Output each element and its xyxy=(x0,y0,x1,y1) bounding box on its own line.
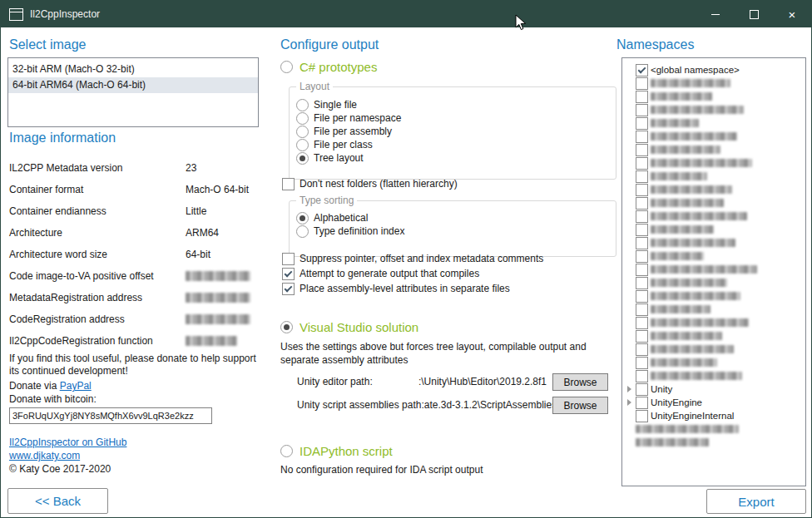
namespace-item[interactable] xyxy=(622,316,805,329)
checkbox-icon[interactable] xyxy=(636,170,648,183)
expander-icon[interactable] xyxy=(625,386,633,392)
back-button[interactable]: << Back xyxy=(7,488,108,514)
output-option-checkbox[interactable]: Attempt to generate output that compiles xyxy=(282,266,543,281)
checkbox-icon[interactable] xyxy=(636,64,648,76)
checkbox-icon[interactable] xyxy=(636,290,648,303)
layout-option-radio[interactable]: Single file xyxy=(296,98,616,111)
checkbox-icon[interactable] xyxy=(636,343,648,356)
type-sorting-option-radio[interactable]: Type definition index xyxy=(296,224,616,238)
redacted-namespace xyxy=(651,372,742,380)
checkbox-icon[interactable] xyxy=(636,250,648,263)
info-row: Architecture ARM64 xyxy=(9,222,262,244)
namespace-item[interactable]: <global namespace> xyxy=(622,63,805,76)
checkbox-icon[interactable] xyxy=(636,224,648,236)
namespace-item[interactable] xyxy=(622,156,805,170)
namespace-item[interactable] xyxy=(622,170,805,183)
namespace-item[interactable]: UnityEngine xyxy=(622,396,805,409)
close-icon: × xyxy=(789,8,796,21)
type-sorting-option-radio[interactable]: Alphabetical xyxy=(296,211,616,224)
checkbox-icon[interactable] xyxy=(636,184,648,196)
checkbox-icon[interactable] xyxy=(636,197,648,210)
checkbox-icon[interactable] xyxy=(636,117,648,130)
namespace-item[interactable] xyxy=(622,116,805,130)
layout-option-radio[interactable]: File per namespace xyxy=(296,111,616,125)
close-button[interactable]: × xyxy=(773,1,811,27)
namespace-item[interactable] xyxy=(622,436,805,449)
unity-editor-browse-button[interactable]: Browse xyxy=(552,373,608,391)
checkbox-icon[interactable] xyxy=(636,237,648,249)
idapython-script-radio[interactable]: IDAPython script xyxy=(280,444,393,458)
github-link[interactable]: Il2CppInspector on GitHub xyxy=(9,437,126,448)
unity-script-browse-button[interactable]: Browse xyxy=(552,397,608,414)
namespace-item[interactable] xyxy=(622,103,805,116)
export-button[interactable]: Export xyxy=(706,489,806,514)
minimize-button[interactable] xyxy=(696,1,735,27)
checkbox-icon[interactable] xyxy=(636,91,648,103)
namespace-item[interactable] xyxy=(622,236,805,249)
checkbox-icon[interactable] xyxy=(636,410,648,422)
namespaces-listbox[interactable]: <global namespace> xyxy=(621,57,806,486)
image-list-item[interactable]: 64-bit ARM64 (Mach-O 64-bit) xyxy=(8,77,258,93)
checkbox-icon[interactable] xyxy=(636,357,648,369)
title-bar[interactable]: Il2CppInspector × xyxy=(1,1,811,27)
namespace-item[interactable] xyxy=(622,263,805,276)
type-sorting-option-label: Alphabetical xyxy=(314,212,368,224)
visual-studio-solution-radio[interactable]: Visual Studio solution xyxy=(280,320,418,334)
namespace-item[interactable] xyxy=(622,276,805,289)
output-option-checkbox[interactable]: Place assembly-level attributes in separ… xyxy=(282,281,543,296)
namespace-item[interactable] xyxy=(622,223,805,236)
checkbox-icon[interactable] xyxy=(636,370,648,382)
checkbox-icon[interactable] xyxy=(636,383,648,396)
namespace-item[interactable] xyxy=(622,210,805,223)
namespace-item[interactable]: Unity xyxy=(622,382,805,396)
checkbox-icon[interactable] xyxy=(636,277,648,289)
maximize-button[interactable] xyxy=(735,1,773,27)
radio-icon xyxy=(296,212,309,224)
paypal-link[interactable]: PayPal xyxy=(60,380,92,392)
dont-nest-checkbox[interactable]: Don't nest folders (flatten hierarchy) xyxy=(282,176,458,191)
output-option-checkbox[interactable]: Suppress pointer, offset and index metad… xyxy=(282,251,543,266)
namespace-item[interactable] xyxy=(622,143,805,156)
layout-option-radio[interactable]: File per class xyxy=(296,138,616,151)
namespace-item[interactable] xyxy=(622,356,805,369)
namespace-item[interactable] xyxy=(622,183,805,196)
csharp-prototypes-radio[interactable]: C# prototypes xyxy=(280,60,377,74)
namespace-item[interactable] xyxy=(622,303,805,316)
checkbox-icon[interactable] xyxy=(636,264,648,276)
radio-icon xyxy=(296,112,309,125)
namespace-item[interactable] xyxy=(622,329,805,343)
checkbox-icon[interactable] xyxy=(636,77,648,90)
info-value: Mach-O 64-bit xyxy=(186,184,249,195)
checkbox-icon[interactable] xyxy=(636,144,648,156)
namespaces-heading: Namespaces xyxy=(616,37,694,52)
namespace-item[interactable] xyxy=(622,343,805,356)
namespace-item[interactable] xyxy=(622,369,805,382)
checkbox-icon[interactable] xyxy=(636,317,648,329)
image-list-item[interactable]: 32-bit ARM (Mach-O 32-bit) xyxy=(8,62,258,77)
checkbox-icon[interactable] xyxy=(636,131,648,143)
bitcoin-address-input[interactable] xyxy=(9,407,212,424)
namespace-item[interactable] xyxy=(622,196,805,210)
image-listbox[interactable]: 32-bit ARM (Mach-O 32-bit) 64-bit ARM64 … xyxy=(7,57,259,127)
checkbox-icon[interactable] xyxy=(636,210,648,223)
configure-output-heading: Configure output xyxy=(280,37,379,52)
namespace-item[interactable] xyxy=(622,76,805,90)
namespace-item[interactable] xyxy=(622,130,805,143)
checkbox-icon[interactable] xyxy=(636,397,648,409)
redacted-namespace xyxy=(651,225,714,234)
website-link[interactable]: www.djkaty.com xyxy=(9,450,80,461)
unity-editor-path-value[interactable]: :\Unity\Hub\Editor\2019.2.8f1 xyxy=(373,376,552,387)
layout-option-radio[interactable]: Tree layout xyxy=(296,151,616,165)
expander-icon[interactable] xyxy=(625,399,633,406)
checkbox-icon[interactable] xyxy=(636,303,648,316)
namespace-item[interactable]: UnityEngineInternal xyxy=(622,409,805,422)
checkbox-icon[interactable] xyxy=(636,157,648,170)
checkbox-icon[interactable] xyxy=(636,104,648,116)
checkbox-icon[interactable] xyxy=(636,330,648,343)
unity-script-path-value[interactable]: ate.3d-3.1.2\ScriptAssemblies xyxy=(424,399,552,411)
layout-option-radio[interactable]: File per assembly xyxy=(296,125,616,138)
namespace-item[interactable] xyxy=(622,289,805,303)
namespace-item[interactable] xyxy=(622,249,805,263)
namespace-item[interactable] xyxy=(622,90,805,103)
namespace-item[interactable] xyxy=(622,422,805,436)
